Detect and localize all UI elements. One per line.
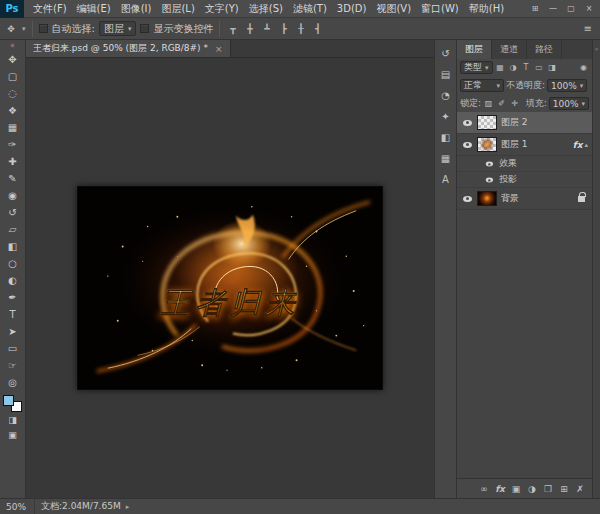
layer-row-layer2[interactable]: 图层 2 bbox=[457, 112, 592, 134]
menu-view[interactable]: 视图(V) bbox=[371, 0, 416, 18]
gradient-tool-icon[interactable]: ◧ bbox=[2, 238, 24, 255]
background-thumbnail[interactable] bbox=[477, 191, 497, 206]
history-panel-icon[interactable]: ↺ bbox=[438, 46, 454, 60]
menu-window[interactable]: 窗口(W) bbox=[416, 0, 464, 18]
filter-pixel-layers-icon[interactable]: ▦ bbox=[495, 63, 506, 72]
filter-adjustment-layers-icon[interactable]: ◑ bbox=[508, 63, 519, 72]
pen-tool-icon[interactable]: ✒ bbox=[2, 289, 24, 306]
quick-selection-tool-icon[interactable]: ❖ bbox=[2, 102, 24, 119]
visibility-eye-icon[interactable] bbox=[461, 193, 473, 205]
properties-panel-icon[interactable]: ▤ bbox=[438, 67, 454, 81]
new-group-icon[interactable]: ❐ bbox=[543, 484, 553, 494]
align-top-edges-icon[interactable]: ┳ bbox=[226, 24, 239, 34]
close-button[interactable]: × bbox=[581, 2, 597, 16]
color-panel-icon[interactable]: ◧ bbox=[438, 130, 454, 144]
add-layer-mask-icon[interactable]: ▣ bbox=[511, 484, 521, 494]
canvas-artwork[interactable]: 王者归来 王者归来 bbox=[77, 186, 383, 390]
zoom-level-field[interactable]: 50% bbox=[0, 499, 35, 514]
tool-preset-icon[interactable]: ✥ bbox=[4, 24, 18, 34]
fill-select[interactable]: 100% ▾ bbox=[549, 97, 589, 110]
lasso-tool-icon[interactable]: ◌ bbox=[2, 85, 24, 102]
show-transform-checkbox[interactable] bbox=[140, 24, 149, 33]
blend-mode-select[interactable]: 正常 ▾ bbox=[460, 79, 504, 92]
filter-shape-layers-icon[interactable]: ▭ bbox=[534, 63, 545, 72]
swatches-panel-icon[interactable]: ▦ bbox=[438, 151, 454, 165]
dodge-tool-icon[interactable]: ◐ bbox=[2, 272, 24, 289]
auto-select-target-select[interactable]: 图层 ▾ bbox=[99, 21, 137, 36]
layer-row-layer1[interactable]: 图层 1 fx ▴ bbox=[457, 134, 592, 156]
align-horizontal-centers-icon[interactable]: ╂ bbox=[294, 24, 307, 34]
visibility-eye-icon[interactable] bbox=[484, 159, 494, 169]
path-selection-tool-icon[interactable]: ➤ bbox=[2, 323, 24, 340]
layer1-thumbnail[interactable] bbox=[477, 137, 497, 152]
marquee-tool-icon[interactable]: ▢ bbox=[2, 68, 24, 85]
clone-stamp-tool-icon[interactable]: ◉ bbox=[2, 187, 24, 204]
blur-tool-icon[interactable]: ○ bbox=[2, 255, 24, 272]
layer2-thumbnail[interactable] bbox=[477, 115, 497, 130]
workspace-icon[interactable]: ⊞ bbox=[527, 2, 543, 16]
align-vertical-centers-icon[interactable]: ╋ bbox=[243, 24, 256, 34]
document-tab[interactable]: 王者归来.psd @ 50% (图层 2, RGB/8#) * × bbox=[26, 40, 231, 57]
healing-brush-tool-icon[interactable]: ✚ bbox=[2, 153, 24, 170]
lock-transparent-pixels-icon[interactable]: ▨ bbox=[483, 99, 494, 108]
menu-layer[interactable]: 图层(L) bbox=[156, 0, 199, 18]
quick-mask-icon[interactable]: ◨ bbox=[2, 412, 24, 427]
visibility-eye-icon[interactable] bbox=[461, 117, 473, 129]
filter-smart-objects-icon[interactable]: ◨ bbox=[547, 63, 558, 72]
styles-panel-icon[interactable]: ✦ bbox=[438, 109, 454, 123]
drop-shadow-row[interactable]: 投影 bbox=[457, 172, 592, 188]
panel-menu-icon[interactable]: ≡ bbox=[584, 23, 592, 34]
shape-tool-icon[interactable]: ▭ bbox=[2, 340, 24, 357]
layer-style-icon[interactable]: fx bbox=[495, 484, 505, 494]
new-adjustment-layer-icon[interactable]: ◑ bbox=[527, 484, 537, 494]
visibility-eye-icon[interactable] bbox=[484, 175, 494, 185]
filter-kind-select[interactable]: 类型 ▾ bbox=[460, 61, 493, 74]
menu-image[interactable]: 图像(I) bbox=[116, 0, 157, 18]
filter-type-layers-icon[interactable]: T bbox=[521, 63, 532, 72]
menu-type[interactable]: 文字(Y) bbox=[200, 0, 244, 18]
tab-paths[interactable]: 路径 bbox=[527, 40, 562, 59]
layer-row-background[interactable]: 背景 bbox=[457, 188, 592, 210]
tab-layers[interactable]: 图层 bbox=[457, 40, 492, 59]
status-expander-icon[interactable]: ▸ bbox=[126, 503, 130, 511]
history-brush-tool-icon[interactable]: ↺ bbox=[2, 204, 24, 221]
auto-select-checkbox[interactable] bbox=[39, 24, 48, 33]
visibility-eye-icon[interactable] bbox=[461, 139, 473, 151]
character-panel-icon[interactable]: A bbox=[438, 172, 454, 186]
hand-tool-icon[interactable]: ☞ bbox=[2, 357, 24, 374]
collapse-dock-icon[interactable]: » bbox=[595, 45, 599, 52]
tool-preset-arrow-icon[interactable]: ▾ bbox=[22, 25, 26, 33]
effects-row[interactable]: 效果 bbox=[457, 156, 592, 172]
menu-select[interactable]: 选择(S) bbox=[244, 0, 288, 18]
lock-position-icon[interactable]: ✛ bbox=[509, 99, 520, 108]
eyedropper-tool-icon[interactable]: ✑ bbox=[2, 136, 24, 153]
menu-edit[interactable]: 编辑(E) bbox=[72, 0, 116, 18]
type-tool-icon[interactable]: T bbox=[2, 306, 24, 323]
screen-mode-icon[interactable]: ▣ bbox=[2, 427, 24, 442]
tab-channels[interactable]: 通道 bbox=[492, 40, 527, 59]
minimize-button[interactable]: — bbox=[545, 2, 561, 16]
align-bottom-edges-icon[interactable]: ┻ bbox=[260, 24, 273, 34]
canvas-pasteboard[interactable]: 王者归来 王者归来 bbox=[26, 58, 434, 498]
crop-tool-icon[interactable]: ▦ bbox=[2, 119, 24, 136]
menu-3d[interactable]: 3D(D) bbox=[332, 0, 372, 18]
new-layer-icon[interactable]: ⊞ bbox=[559, 484, 569, 494]
align-right-edges-icon[interactable]: ┫ bbox=[311, 24, 324, 34]
restore-button[interactable]: ▢ bbox=[563, 2, 579, 16]
toolbar-collapse-icon[interactable]: « bbox=[10, 41, 15, 51]
zoom-tool-icon[interactable]: ◎ bbox=[2, 374, 24, 391]
layer-effects-badge[interactable]: fx ▴ bbox=[573, 140, 588, 150]
lock-image-pixels-icon[interactable]: ✐ bbox=[496, 99, 507, 108]
brush-tool-icon[interactable]: ✎ bbox=[2, 170, 24, 187]
menu-help[interactable]: 帮助(H) bbox=[464, 0, 509, 18]
delete-layer-icon[interactable]: ✗ bbox=[575, 484, 585, 494]
filter-toggle-icon[interactable]: ◉ bbox=[578, 63, 589, 72]
menu-file[interactable]: 文件(F) bbox=[28, 0, 72, 18]
menu-filter[interactable]: 滤镜(T) bbox=[288, 0, 332, 18]
align-left-edges-icon[interactable]: ┣ bbox=[277, 24, 290, 34]
fx-collapse-arrow-icon[interactable]: ▴ bbox=[584, 141, 588, 149]
foreground-color-swatch[interactable] bbox=[3, 395, 14, 406]
eraser-tool-icon[interactable]: ▱ bbox=[2, 221, 24, 238]
opacity-select[interactable]: 100% ▾ bbox=[547, 79, 587, 92]
link-layers-icon[interactable]: ∞ bbox=[479, 484, 489, 494]
